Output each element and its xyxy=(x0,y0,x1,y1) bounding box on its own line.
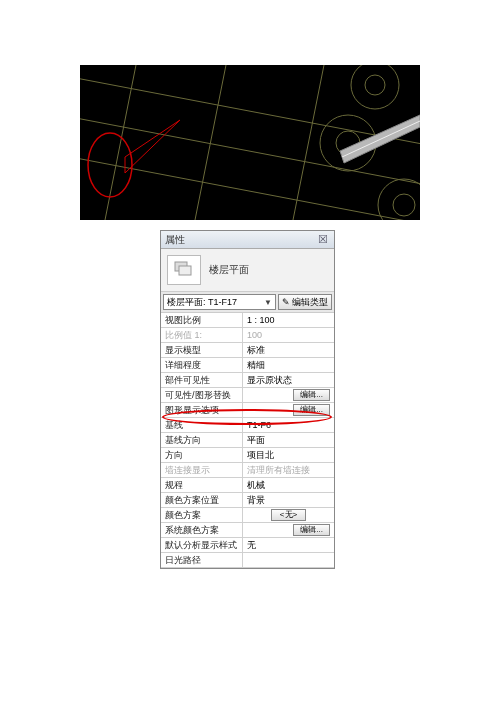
property-value[interactable]: 编辑... xyxy=(243,388,334,402)
property-row: 部件可见性显示原状态 xyxy=(161,373,334,388)
property-label: 图形显示选项 xyxy=(161,403,243,417)
edit-button[interactable]: 编辑... xyxy=(293,524,330,536)
type-selector-row: 楼层平面: T1-F17 ▼ ✎ 编辑类型 xyxy=(161,291,334,313)
color-scheme-button[interactable]: <无> xyxy=(271,509,306,521)
property-value[interactable]: 显示原状态 xyxy=(243,373,334,387)
property-row: 可见性/图形替换编辑... xyxy=(161,388,334,403)
properties-grid: 视图比例1 : 100比例值 1:100显示模型标准详细程度精细部件可见性显示原… xyxy=(161,313,334,568)
property-value[interactable]: 平面 xyxy=(243,433,334,447)
property-row: 显示模型标准 xyxy=(161,343,334,358)
property-row: 方向项目北 xyxy=(161,448,334,463)
property-value-text: 平面 xyxy=(247,433,330,447)
property-value[interactable] xyxy=(243,553,334,567)
panel-titlebar: 属性 ☒ xyxy=(161,231,334,249)
svg-point-7 xyxy=(351,65,399,109)
property-label: 详细程度 xyxy=(161,358,243,372)
property-label: 默认分析显示样式 xyxy=(161,538,243,552)
type-selector-value: 楼层平面: T1-F17 xyxy=(167,296,237,309)
chevron-down-icon: ▼ xyxy=(264,298,272,307)
edit-type-label: 编辑类型 xyxy=(292,296,328,309)
floor-plan-icon xyxy=(167,255,201,285)
property-value[interactable]: 编辑... xyxy=(243,523,334,537)
property-value-text: 1 : 100 xyxy=(247,313,330,327)
property-value-text: 100 xyxy=(247,328,330,342)
property-row: 颜色方案<无> xyxy=(161,508,334,523)
property-row: 详细程度精细 xyxy=(161,358,334,373)
property-row: 规程机械 xyxy=(161,478,334,493)
property-label: 颜色方案 xyxy=(161,508,243,522)
property-row: 基线方向平面 xyxy=(161,433,334,448)
property-value-text: 机械 xyxy=(247,478,330,492)
property-label: 方向 xyxy=(161,448,243,462)
property-value[interactable]: 精细 xyxy=(243,358,334,372)
edit-button[interactable]: 编辑... xyxy=(293,389,330,401)
property-row: 日光路径 xyxy=(161,553,334,568)
edit-type-button[interactable]: ✎ 编辑类型 xyxy=(278,294,332,310)
property-value[interactable]: <无> xyxy=(243,508,334,522)
edit-button[interactable]: 编辑... xyxy=(293,404,330,416)
property-label: 墙连接显示 xyxy=(161,463,243,477)
property-label: 视图比例 xyxy=(161,313,243,327)
property-label: 显示模型 xyxy=(161,343,243,357)
property-value[interactable]: 1 : 100 xyxy=(243,313,334,327)
edit-type-icon: ✎ xyxy=(282,297,290,307)
svg-line-2 xyxy=(80,155,420,220)
property-row: 默认分析显示样式无 xyxy=(161,538,334,553)
property-label: 基线 xyxy=(161,418,243,432)
property-value-text: 无 xyxy=(247,538,330,552)
property-value[interactable]: 背景 xyxy=(243,493,334,507)
properties-panel: 属性 ☒ 楼层平面 楼层平面: T1-F17 ▼ ✎ 编辑类型 视图比例1 : … xyxy=(160,230,335,569)
property-value[interactable]: 编辑... xyxy=(243,403,334,417)
cad-viewport[interactable] xyxy=(80,65,420,220)
svg-point-8 xyxy=(365,75,385,95)
property-value[interactable]: 无 xyxy=(243,538,334,552)
property-value-text: 显示原状态 xyxy=(247,373,330,387)
property-value: 100 xyxy=(243,328,334,342)
property-label: 比例值 1: xyxy=(161,328,243,342)
property-row: 视图比例1 : 100 xyxy=(161,313,334,328)
type-preview-row[interactable]: 楼层平面 xyxy=(161,249,334,291)
property-value-text: 精细 xyxy=(247,358,330,372)
property-row: 基线T1-F6 xyxy=(161,418,334,433)
svg-point-12 xyxy=(393,194,415,216)
svg-line-5 xyxy=(288,65,328,220)
svg-line-14 xyxy=(342,121,420,157)
property-label: 部件可见性 xyxy=(161,373,243,387)
property-value-text: 背景 xyxy=(247,493,330,507)
close-icon[interactable]: ☒ xyxy=(316,233,330,247)
property-value-text: 项目北 xyxy=(247,448,330,462)
property-row: 系统颜色方案编辑... xyxy=(161,523,334,538)
property-label: 基线方向 xyxy=(161,433,243,447)
property-label: 日光路径 xyxy=(161,553,243,567)
property-value[interactable]: 标准 xyxy=(243,343,334,357)
property-row: 图形显示选项编辑... xyxy=(161,403,334,418)
property-label: 可见性/图形替换 xyxy=(161,388,243,402)
svg-rect-16 xyxy=(179,266,191,275)
property-value: 清理所有墙连接 xyxy=(243,463,334,477)
property-row: 墙连接显示清理所有墙连接 xyxy=(161,463,334,478)
preview-label: 楼层平面 xyxy=(209,263,249,277)
property-label: 颜色方案位置 xyxy=(161,493,243,507)
property-value-text: 标准 xyxy=(247,343,330,357)
panel-title: 属性 xyxy=(165,233,185,247)
property-row: 比例值 1:100 xyxy=(161,328,334,343)
property-label: 规程 xyxy=(161,478,243,492)
property-label: 系统颜色方案 xyxy=(161,523,243,537)
property-row: 颜色方案位置背景 xyxy=(161,493,334,508)
property-value-text: 清理所有墙连接 xyxy=(247,463,330,477)
property-value[interactable]: T1-F6 xyxy=(243,418,334,432)
property-value-text: T1-F6 xyxy=(247,418,330,432)
type-selector-dropdown[interactable]: 楼层平面: T1-F17 ▼ xyxy=(163,294,276,310)
svg-line-4 xyxy=(190,65,230,220)
property-value[interactable]: 项目北 xyxy=(243,448,334,462)
property-value[interactable]: 机械 xyxy=(243,478,334,492)
